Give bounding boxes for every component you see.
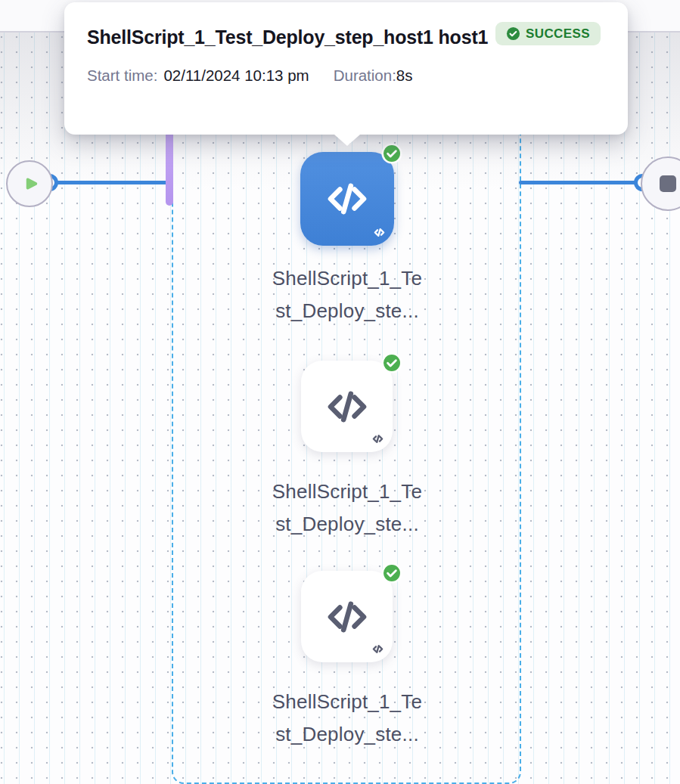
step-label-2[interactable]: ShellScript_1_Te st_Deploy_ste... [245, 476, 449, 541]
shell-script-icon [322, 174, 372, 224]
duration-label: Duration: [334, 64, 396, 87]
success-circle-icon [506, 26, 520, 41]
tooltip-arrow [334, 135, 360, 146]
connector-line-start [48, 181, 169, 184]
tooltip-title: ShellScript_1_Test_Deploy_step_host1 hos… [87, 20, 495, 54]
step-details-tooltip: ShellScript_1_Test_Deploy_step_host1 hos… [64, 2, 628, 135]
stop-icon [660, 175, 676, 192]
step-label-line: st_Deploy_ste... [245, 295, 449, 327]
play-icon [21, 174, 41, 194]
step-label-line: ShellScript_1_Te [245, 476, 449, 508]
shell-script-icon [322, 592, 372, 642]
step-label-1[interactable]: ShellScript_1_Te st_Deploy_ste... [245, 262, 449, 327]
start-time-label: Start time: [87, 64, 157, 87]
start-time-value: 02/11/2024 10:13 pm [163, 64, 309, 87]
shell-script-icon [322, 382, 372, 432]
duration-value: 8s [396, 64, 413, 87]
success-check-icon [381, 562, 402, 584]
pipeline-start-node[interactable] [6, 160, 53, 207]
step-node-3[interactable] [301, 571, 393, 662]
step-node-2[interactable] [301, 361, 393, 452]
status-badge: SUCCESS [495, 22, 601, 45]
step-label-line: ShellScript_1_Te [245, 262, 449, 295]
success-check-icon [381, 352, 402, 373]
step-label-line: st_Deploy_ste... [245, 508, 449, 541]
step-label-line: st_Deploy_ste... [245, 718, 449, 751]
step-node-1[interactable] [300, 152, 394, 246]
success-check-icon [381, 143, 402, 164]
status-badge-label: SUCCESS [526, 26, 590, 42]
stage-progress-bar [166, 126, 173, 206]
connector-line-end [519, 181, 643, 184]
step-label-line: ShellScript_1_Te [245, 686, 449, 718]
step-label-3[interactable]: ShellScript_1_Te st_Deploy_ste... [245, 686, 449, 751]
